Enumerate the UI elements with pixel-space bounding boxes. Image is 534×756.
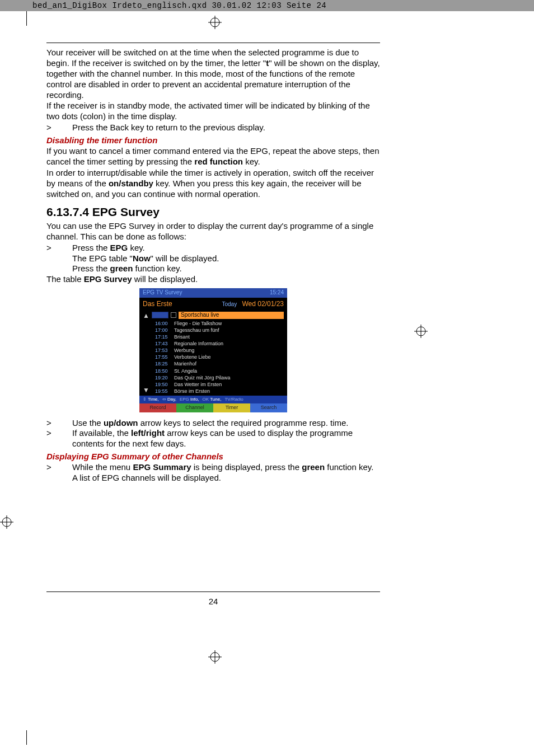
epg-row: 18:25Marienhof — [139, 360, 287, 367]
epg-programme: Werbung — [174, 347, 284, 354]
epg-subheader: Das Erste Today Wed 02/01/23 — [139, 298, 287, 311]
text: While the menu — [72, 462, 133, 472]
epg-time: 19:55 — [155, 388, 171, 395]
hint-day: Day, — [167, 397, 176, 402]
gt-marker: > — [46, 428, 72, 449]
epg-time: 17:55 — [155, 354, 171, 360]
bold-text: Now — [133, 253, 151, 263]
paragraph: Your receiver will be switched on at the… — [46, 48, 380, 100]
epg-time: 19:20 — [155, 374, 171, 381]
indent-text: The EPG table "Now" will be displayed. — [46, 253, 380, 264]
epg-programme: Börse im Ersten — [174, 388, 284, 395]
epg-figure: EPG TV Survey 15:24 Das Erste Today Wed … — [46, 288, 380, 412]
hint-ok: OK — [203, 397, 209, 402]
epg-btn-green: Channel — [176, 403, 213, 412]
hint-time: Time, — [148, 397, 159, 402]
epg-programme: Das Wetter im Ersten — [174, 381, 284, 388]
bold-text: EPG Summary — [133, 462, 191, 472]
text: " will be displayed. — [151, 253, 219, 263]
epg-highlight-text: Sportschau live — [179, 312, 284, 319]
bullet-text: If available, the left/right arrow keys … — [72, 428, 380, 449]
epg-row: 17:53Werbung — [139, 347, 287, 354]
crop-mark — [26, 11, 27, 26]
bullet-row: > Press the Back key to return to the pr… — [46, 123, 380, 133]
bullet-row: > Use the up/down arrow keys to select t… — [46, 418, 380, 429]
epg-progress-icon — [152, 312, 168, 318]
epg-title-text: EPG TV Survey — [143, 289, 182, 297]
text: Press the — [72, 264, 110, 273]
crop-mark — [26, 730, 27, 745]
epg-btn-yellow: Timer — [213, 403, 250, 412]
epg-programme: Fliege - Die Talkshow — [174, 320, 284, 327]
registration-mark — [208, 650, 222, 664]
epg-panel: EPG TV Survey 15:24 Das Erste Today Wed … — [139, 288, 287, 412]
bold-text: EPG — [110, 243, 128, 252]
epg-btn-red: Record — [139, 403, 176, 412]
epg-time: 19:50 — [155, 381, 171, 388]
bullet-row: > If available, the left/right arrow key… — [46, 428, 380, 449]
paragraph: You can use the EPG Survey in order to d… — [46, 221, 380, 242]
text: The EPG table " — [72, 253, 133, 263]
gt-marker: > — [46, 243, 72, 253]
bullet-text: Press the Back key to return to the prev… — [72, 123, 380, 133]
epg-time: 17:43 — [155, 340, 171, 347]
text: function key. — [133, 264, 181, 273]
indent-text: Press the green function key. — [46, 264, 380, 274]
text: key. — [243, 157, 260, 166]
bold-text: up/down — [104, 418, 138, 428]
epg-today: Today — [222, 301, 237, 307]
scroll-up-icon: ▲ — [143, 312, 149, 320]
epg-programme: Das Quiz mit Jörg Pilawa — [174, 374, 284, 381]
paragraph: If you want to cancel a timer command en… — [46, 146, 380, 167]
epg-row: 19:50Das Wetter im Ersten — [139, 381, 287, 388]
epg-time: 18:50 — [155, 368, 171, 374]
epg-date: Wed 02/01/23 — [242, 300, 284, 308]
indent-text: A list of EPG channels will be displayed… — [46, 473, 380, 483]
bullet-text: Press the EPG key. — [72, 243, 380, 253]
bold-text: green — [302, 462, 325, 472]
top-rule — [46, 43, 380, 43]
epg-row: 17:00Tagesschau um fünf — [139, 327, 287, 334]
bold-text: on/standby — [109, 179, 153, 188]
registration-mark — [208, 16, 222, 29]
epg-titlebar: EPG TV Survey 15:24 — [139, 288, 287, 298]
gt-marker: > — [46, 462, 72, 473]
epg-programme: Tagesschau um fünf — [174, 327, 284, 334]
epg-programme: Regionale Information — [174, 340, 284, 347]
epg-programme: St. Angela — [174, 368, 284, 374]
section-heading: Displaying EPG Summary of other Channels — [46, 452, 380, 462]
bullet-text: Use the up/down arrow keys to select the… — [72, 418, 380, 429]
text: Press the — [72, 243, 110, 252]
text: will be displayed. — [132, 274, 198, 284]
epg-time: 17:15 — [155, 334, 171, 340]
scroll-down-icon: ▼ — [143, 386, 149, 395]
epg-color-buttons: Record Channel Timer Search — [139, 403, 287, 412]
registration-mark — [414, 325, 428, 338]
epg-time: 16:00 — [155, 320, 171, 327]
epg-row: 18:50St. Angela — [139, 368, 287, 374]
epg-row: 17:55Verbotene Liebe — [139, 354, 287, 360]
epg-time: 18:25 — [155, 360, 171, 367]
section-heading: Disabling the timer function — [46, 135, 380, 146]
paragraph: If the receiver is in standby mode, the … — [46, 101, 380, 122]
epg-row: 19:20Das Quiz mit Jörg Pilawa — [139, 374, 287, 381]
epg-channel: Das Erste — [143, 300, 172, 308]
paragraph: In order to interrupt/disable while the … — [46, 168, 380, 200]
epg-row: 16:00Fliege - Die Talkshow — [139, 320, 287, 327]
epg-time: 17:53 — [155, 347, 171, 354]
epg-programme: Brisant — [174, 334, 284, 340]
hint-info: Info, — [190, 397, 199, 402]
bullet-row: > Press the EPG key. — [46, 243, 380, 253]
epg-btn-blue: Search — [250, 403, 287, 412]
page-content: Your receiver will be switched on at the… — [46, 43, 380, 483]
text: Use the — [72, 418, 104, 428]
epg-marker-icon — [171, 312, 176, 318]
epg-highlight-row: Sportschau live — [152, 312, 284, 319]
gt-marker: > — [46, 123, 72, 133]
bullet-text: While the menu EPG Summary is being disp… — [72, 462, 380, 473]
epg-list: ▲ Sportschau live 16:00Fliege - Die Talk… — [139, 311, 287, 396]
registration-mark — [0, 515, 13, 529]
epg-programme: Verbotene Liebe — [174, 354, 284, 360]
text: key. — [128, 243, 145, 252]
epg-row: 19:55Börse im Ersten — [139, 388, 287, 395]
